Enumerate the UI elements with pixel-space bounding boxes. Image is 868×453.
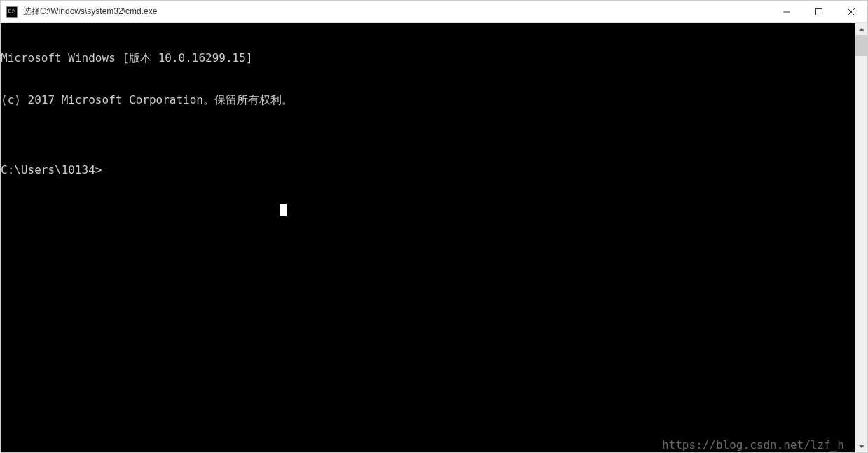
selection-cursor: [280, 204, 287, 216]
minimize-button[interactable]: [771, 1, 803, 22]
close-icon: [848, 8, 855, 15]
titlebar[interactable]: C:\ 选择C:\Windows\system32\cmd.exe: [1, 1, 867, 23]
scroll-thumb[interactable]: [855, 35, 867, 56]
terminal-line-version: Microsoft Windows [版本 10.0.16299.15]: [1, 51, 855, 65]
cmd-icon: C:\: [6, 6, 18, 18]
vertical-scrollbar[interactable]: [855, 23, 867, 452]
window-title: 选择C:\Windows\system32\cmd.exe: [22, 6, 771, 18]
cmd-icon-text: C:\: [8, 9, 15, 14]
terminal-area[interactable]: Microsoft Windows [版本 10.0.16299.15] (c)…: [1, 23, 855, 452]
chevron-down-icon: [859, 445, 864, 448]
cmd-window: C:\ 选择C:\Windows\system32\cmd.exe Micros…: [0, 0, 868, 453]
watermark-text: https://blog.csdn.net/lzf_h: [662, 438, 844, 452]
content-wrapper: Microsoft Windows [版本 10.0.16299.15] (c)…: [1, 23, 867, 452]
close-button[interactable]: [835, 1, 867, 22]
svg-rect-1: [816, 8, 822, 15]
maximize-button[interactable]: [803, 1, 835, 22]
scroll-up-button[interactable]: [855, 23, 867, 35]
chevron-up-icon: [859, 28, 864, 31]
window-controls: [771, 1, 867, 22]
maximize-icon: [815, 8, 822, 15]
minimize-icon: [783, 8, 790, 15]
terminal-prompt: C:\Users\10134>: [1, 163, 855, 177]
terminal-line-copyright: (c) 2017 Microsoft Corporation。保留所有权利。: [1, 93, 855, 107]
scroll-down-button[interactable]: [855, 440, 867, 452]
